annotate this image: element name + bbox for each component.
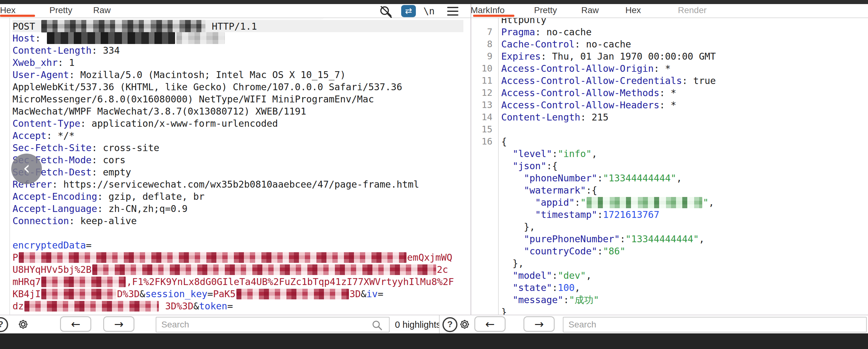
code-segment: Access-Control-Allow-Credentials	[501, 75, 682, 86]
response-search-bar: ? ← →	[440, 315, 868, 334]
footer-vertical-divider	[439, 315, 440, 334]
response-line: "purePhoneNumber":"13344444444",	[472, 233, 868, 245]
code-segment: session_key	[145, 288, 208, 300]
line-number	[472, 184, 499, 196]
response-line: 8Cache-Control: no-cache	[472, 38, 868, 50]
code-segment: POST	[12, 21, 41, 32]
redacted-blur	[24, 301, 159, 312]
request-line: Content-Type: application/x-www-form-url…	[12, 117, 463, 130]
code-segment: : no-cache	[535, 27, 592, 37]
response-line: 12Access-Control-Allow-Methods: *	[472, 87, 868, 99]
code-segment: :	[575, 197, 580, 208]
next-match-button[interactable]: →	[523, 316, 555, 332]
code-segment: : empty	[92, 167, 131, 178]
tab-hex[interactable]: Hex	[0, 5, 16, 15]
tab-render[interactable]: Render	[678, 5, 707, 15]
newline-icon[interactable]: \n	[423, 6, 435, 16]
line-number: 13	[472, 99, 499, 111]
redacted-blur	[587, 197, 702, 208]
response-line: 16{	[472, 136, 868, 148]
code-segment: iv	[367, 288, 378, 300]
response-line: "phoneNumber":"13344444444",	[472, 172, 868, 184]
code-segment: : true	[682, 75, 716, 86]
line-number	[472, 245, 499, 257]
request-tab-bar: PrettyRawHex	[0, 4, 471, 18]
code-segment: : Mozilla/5.0 (Macintosh; Intel Mac OS X…	[69, 69, 346, 80]
code-segment: Content-Type	[12, 118, 80, 129]
code-segment: "timestamp"	[535, 209, 597, 220]
response-line: 7Pragma: no-cache	[472, 26, 868, 38]
request-search-input[interactable]	[156, 317, 390, 333]
request-line: Sec-Fetch-Mode: cors	[12, 154, 463, 166]
tab-pretty[interactable]: Pretty	[534, 5, 557, 15]
response-search-input[interactable]	[563, 317, 867, 333]
redacted-blur	[41, 289, 116, 300]
code-segment: : *	[659, 100, 676, 110]
help-icon[interactable]: ?	[442, 317, 458, 332]
code-segment: : cross-site	[92, 142, 159, 153]
code-segment: ,	[592, 148, 597, 159]
code-segment: mHRq7	[12, 276, 41, 287]
code-segment: }	[501, 307, 507, 315]
code-segment: Connection	[12, 215, 69, 226]
request-line: KB4jID%3D&session_key=PaK53D&iv=	[12, 288, 463, 300]
code-segment: : *	[654, 63, 671, 74]
code-segment: Access-Control-Allow-Origin	[501, 63, 654, 74]
code-segment: : https://servicewechat.com/wx35b2b0810a…	[52, 179, 419, 190]
code-segment: KB4jI	[12, 288, 41, 300]
code-segment: :	[597, 173, 603, 183]
code-segment: "86"	[603, 246, 625, 256]
code-segment: Pragma	[501, 27, 535, 37]
response-line: "message":"成功"	[472, 294, 868, 306]
request-line: MicroMessenger/6.8.0(0x16080000) NetType…	[12, 93, 463, 105]
code-segment: 100	[558, 282, 575, 293]
tab-raw[interactable]: Raw	[93, 5, 111, 15]
gear-icon[interactable]	[16, 317, 31, 333]
help-icon[interactable]: ?	[0, 317, 8, 332]
follow-toggle-icon[interactable]: ⇄	[401, 5, 416, 17]
request-line: Connection: keep-alive	[12, 215, 463, 227]
line-number: 10	[472, 63, 499, 75]
request-line: mHRq7,F1%2FK9YnLx8dG0GIleTa4UB%2FuZc1bTq…	[12, 276, 463, 288]
code-segment: : zh-CN,zh;q=0.9	[97, 203, 188, 214]
highlights-count: 0 highlights	[395, 320, 441, 330]
response-line: "state":100,	[472, 282, 868, 294]
next-match-button[interactable]: →	[103, 316, 134, 332]
code-segment: "watermark"	[524, 185, 586, 196]
code-segment: Content-Length	[501, 112, 580, 123]
response-line: "countryCode":"86"	[472, 245, 868, 257]
code-segment: 3D	[349, 288, 361, 300]
prev-match-button[interactable]: ←	[60, 316, 91, 332]
prev-match-button[interactable]: ←	[474, 316, 506, 332]
code-segment: "json"	[513, 161, 546, 171]
search-off-icon[interactable]	[379, 5, 393, 20]
code-segment: :{	[586, 185, 597, 196]
line-number: 9	[472, 50, 499, 63]
tab-hex[interactable]: Hex	[625, 5, 641, 15]
line-number: 11	[472, 75, 499, 87]
redacted-blur	[47, 32, 175, 44]
menu-icon[interactable]	[447, 7, 458, 18]
code-segment: :	[597, 209, 603, 220]
response-line: "json":{	[472, 160, 868, 172]
collapse-panel-button[interactable]: ‹	[11, 153, 42, 184]
code-segment	[501, 282, 513, 293]
code-segment: =	[207, 288, 213, 300]
tab-pretty[interactable]: Pretty	[50, 5, 72, 15]
code-segment: "info"	[558, 148, 592, 159]
code-segment: token	[199, 301, 227, 312]
code-segment: ,	[709, 197, 714, 208]
code-segment: ,	[575, 282, 580, 293]
code-segment: "成功"	[569, 294, 599, 305]
response-line: "watermark":{	[472, 184, 868, 196]
line-number	[472, 233, 499, 245]
line-number	[472, 148, 499, 160]
request-line: MacWechat/WMPF MacWechat/3.8.7(0x1308071…	[12, 105, 463, 117]
gear-icon[interactable]	[457, 317, 472, 333]
tab-markinfo[interactable]: MarkInfo	[471, 5, 505, 15]
response-line: 11Access-Control-Allow-Credentials: true	[472, 75, 868, 87]
code-segment: PaK5	[213, 288, 236, 300]
code-segment: =	[86, 240, 92, 251]
tab-raw[interactable]: Raw	[581, 5, 599, 15]
response-viewer: HttpOnly7Pragma: no-cache8Cache-Control:…	[472, 18, 868, 315]
